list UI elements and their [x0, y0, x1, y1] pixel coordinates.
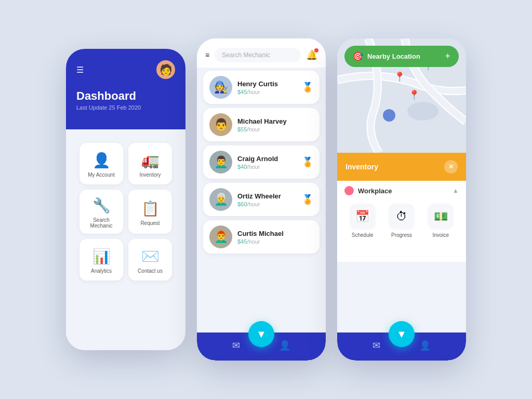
grid-item-my-account[interactable]: 👤 My Account — [79, 143, 123, 184]
mechanic-avatar: 👨‍🦰 — [209, 225, 232, 248]
nearby-location-button[interactable]: 🎯 Nearby Location + — [344, 46, 459, 67]
person-nav-icon-map[interactable]: 👤 — [419, 340, 431, 351]
mechanic-rate: $55/hour — [237, 126, 313, 132]
workplace-dot — [344, 186, 354, 195]
map-inventory-phone: 📍 📍 📍 🎯 Nearby Location + Inventory ✕ — [337, 38, 466, 361]
my-account-icon: 👤 — [92, 152, 111, 169]
mail-nav-icon-map[interactable]: ✉ — [373, 340, 380, 351]
mechanic-name: Michael Harvey — [237, 117, 313, 125]
mechanic-rate: $40/hour — [237, 164, 297, 170]
schedule-icon: 📅 — [350, 204, 376, 230]
grid-item-request[interactable]: 📋 Request — [128, 190, 172, 234]
mechanic-card[interactable]: 👨‍🦰 Curtis Michael $45/hour — [203, 220, 320, 254]
inventory-label: Inventory — [139, 172, 161, 178]
dashboard-header: ☰ 🧑 Dashboard Last Update 25 Feb 2020 — [66, 49, 185, 129]
person-nav-icon[interactable]: 👤 — [279, 340, 290, 351]
request-icon: 📋 — [141, 200, 159, 217]
search-mechanic-phone: ≡ Search Mechanic 🔔 🧑‍🔧 Henry Curtis $45… — [197, 38, 326, 361]
notification-dot — [314, 48, 318, 52]
mechanic-rate: $45/hour — [237, 89, 297, 95]
request-label: Request — [140, 220, 159, 226]
workplace-item-invoice[interactable]: 💵 Invoice — [428, 204, 454, 238]
workplace-item-schedule[interactable]: 📅 Schedule — [350, 204, 376, 238]
badge-icon: 🏅 — [302, 156, 313, 168]
mechanic-card[interactable]: 👨 Michael Harvey $55/hour — [203, 108, 320, 141]
inventory-label: Inventory — [345, 163, 378, 171]
dashboard-subtitle: Last Update 25 Feb 2020 — [76, 104, 175, 111]
mechanic-card[interactable]: 🧑‍🔧 Henry Curtis $45/hour 🏅 — [203, 71, 320, 104]
progress-icon: ⏱ — [389, 204, 415, 230]
svg-text:📍: 📍 — [394, 71, 406, 83]
search-input[interactable]: Search Mechanic — [215, 48, 301, 62]
bottom-nav-map: ✉ ▼ 👤 — [337, 332, 466, 361]
mechanic-avatar: 👨 — [209, 113, 232, 136]
mechanic-info: Ortiz Wheeler $60/hour — [237, 192, 297, 207]
mechanic-info: Henry Curtis $45/hour — [237, 80, 297, 95]
contact-us-icon: ✉️ — [141, 248, 159, 265]
svg-point-1 — [407, 102, 438, 121]
schedule-label: Schedule — [352, 232, 374, 238]
svg-point-5 — [383, 109, 395, 122]
filter-fab-button-map[interactable]: ▼ — [389, 321, 415, 347]
mechanic-name: Ortiz Wheeler — [237, 192, 297, 200]
my-account-label: My Account — [88, 172, 115, 178]
grid-item-contact-us[interactable]: ✉️ Contact us — [128, 239, 172, 281]
analytics-icon: 📊 — [92, 248, 111, 265]
workplace-title: Workplace — [358, 187, 448, 195]
search-mechanic-icon: 🔧 — [92, 197, 111, 214]
dashboard-grid: 👤 My Account 🚛 Inventory 🔧 Search Mechan… — [72, 136, 179, 288]
mechanic-name: Craig Arnold — [237, 155, 297, 163]
bell-icon[interactable]: 🔔 — [306, 49, 317, 61]
mechanic-rate: $60/hour — [237, 201, 297, 207]
hamburger-icon[interactable]: ☰ — [76, 65, 84, 75]
mechanic-card[interactable]: 👨‍🦱 Craig Arnold $40/hour 🏅 — [203, 145, 320, 179]
bottom-nav: ✉ ▼ 👤 — [197, 332, 326, 361]
badge-icon: 🏅 — [302, 194, 313, 205]
search-mechanic-label: Search Mechanic — [85, 217, 118, 229]
chevron-up-icon[interactable]: ▲ — [453, 187, 459, 194]
mail-nav-icon[interactable]: ✉ — [232, 340, 240, 351]
dashboard-title: Dashboard — [76, 89, 175, 103]
mechanic-info: Curtis Michael $45/hour — [237, 230, 313, 245]
filter-fab-button[interactable]: ▼ — [248, 321, 274, 347]
badge-icon: 🏅 — [302, 82, 313, 93]
workplace-item-progress[interactable]: ⏱ Progress — [389, 204, 415, 238]
contact-us-label: Contact us — [138, 268, 163, 274]
analytics-label: Analytics — [91, 268, 112, 274]
mechanic-card[interactable]: 👨‍🦳 Ortiz Wheeler $60/hour 🏅 — [203, 183, 320, 216]
inventory-close-button[interactable]: ✕ — [444, 160, 458, 174]
grid-item-inventory[interactable]: 🚛 Inventory — [128, 143, 172, 184]
mechanic-avatar: 👨‍🦱 — [209, 151, 232, 174]
mechanic-info: Craig Arnold $40/hour — [237, 155, 297, 170]
invoice-label: Invoice — [432, 232, 449, 238]
svg-text:📍: 📍 — [408, 89, 420, 101]
mechanic-avatar: 👨‍🦳 — [209, 188, 232, 211]
location-icon: 🎯 — [353, 51, 363, 61]
workplace-icons: 📅 Schedule ⏱ Progress 💵 Invoice — [344, 202, 459, 240]
nearby-label: Nearby Location — [367, 52, 420, 60]
mechanic-list: 🧑‍🔧 Henry Curtis $45/hour 🏅 👨 Michael Ha… — [197, 68, 326, 332]
menu-icon[interactable]: ≡ — [205, 51, 209, 59]
mechanic-name: Henry Curtis — [237, 80, 297, 88]
workplace-section: Workplace ▲ 📅 Schedule ⏱ Progress 💵 Invo… — [337, 181, 466, 262]
avatar[interactable]: 🧑 — [156, 60, 175, 79]
search-header: ≡ Search Mechanic 🔔 — [197, 38, 326, 68]
mechanic-avatar: 🧑‍🔧 — [209, 76, 232, 99]
progress-label: Progress — [391, 232, 412, 238]
mechanic-info: Michael Harvey $55/hour — [237, 117, 313, 132]
grid-item-search-mechanic[interactable]: 🔧 Search Mechanic — [79, 190, 123, 234]
invoice-icon: 💵 — [428, 204, 454, 230]
mechanic-name: Curtis Michael — [237, 230, 313, 237]
inventory-bar[interactable]: Inventory ✕ — [337, 153, 466, 181]
grid-item-analytics[interactable]: 📊 Analytics — [79, 239, 123, 281]
inventory-icon: 🚛 — [141, 152, 159, 169]
plus-icon: + — [445, 51, 450, 62]
dashboard-phone: ☰ 🧑 Dashboard Last Update 25 Feb 2020 👤 … — [66, 49, 185, 350]
mechanic-rate: $45/hour — [237, 238, 313, 245]
map-area: 📍 📍 📍 🎯 Nearby Location + — [337, 38, 466, 153]
